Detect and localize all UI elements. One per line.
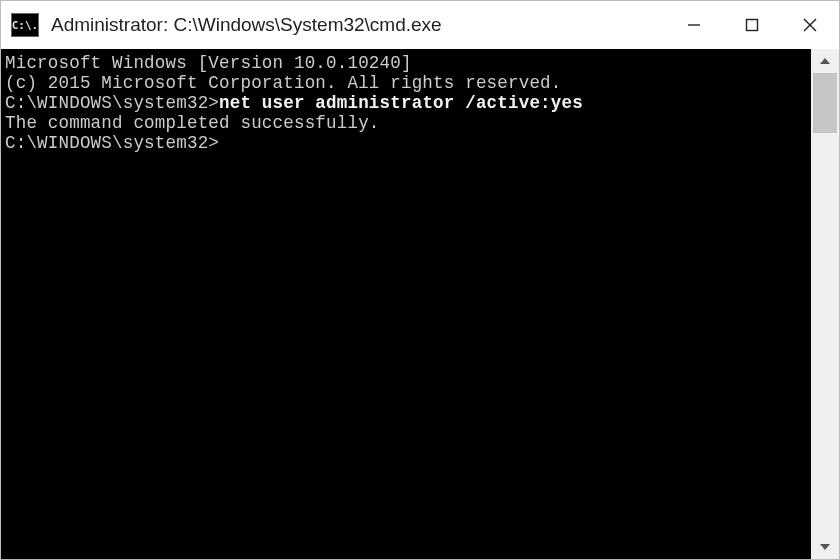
terminal-line: C:\WINDOWS\system32>net user administrat…	[5, 93, 807, 113]
prompt: C:\WINDOWS\system32>	[5, 93, 219, 113]
close-button[interactable]	[781, 1, 839, 49]
client-area: Microsoft Windows [Version 10.0.10240](c…	[1, 49, 839, 559]
scroll-down-button[interactable]	[811, 535, 839, 559]
scrollbar-thumb[interactable]	[813, 73, 837, 133]
terminal-output[interactable]: Microsoft Windows [Version 10.0.10240](c…	[1, 49, 811, 559]
minimize-button[interactable]	[665, 1, 723, 49]
maximize-button[interactable]	[723, 1, 781, 49]
window-controls	[665, 1, 839, 49]
close-icon	[803, 18, 817, 32]
chevron-up-icon	[820, 58, 830, 64]
prompt: C:\WINDOWS\system32>	[5, 133, 219, 153]
maximize-icon	[745, 18, 759, 32]
svg-rect-1	[747, 20, 758, 31]
terminal-line: C:\WINDOWS\system32>	[5, 133, 807, 153]
window-title: Administrator: C:\Windows\System32\cmd.e…	[51, 14, 665, 36]
terminal-line: Microsoft Windows [Version 10.0.10240]	[5, 53, 807, 73]
minimize-icon	[687, 18, 701, 32]
scrollbar-track[interactable]	[811, 73, 839, 535]
chevron-down-icon	[820, 544, 830, 550]
svg-marker-4	[820, 58, 830, 64]
vertical-scrollbar[interactable]	[811, 49, 839, 559]
terminal-line: (c) 2015 Microsoft Corporation. All righ…	[5, 73, 807, 93]
titlebar[interactable]: C:\. Administrator: C:\Windows\System32\…	[1, 1, 839, 49]
cmd-window: C:\. Administrator: C:\Windows\System32\…	[0, 0, 840, 560]
svg-marker-5	[820, 544, 830, 550]
scroll-up-button[interactable]	[811, 49, 839, 73]
terminal-line: The command completed successfully.	[5, 113, 807, 133]
cmd-icon: C:\.	[11, 13, 39, 37]
command-text: net user administrator /active:yes	[219, 93, 583, 113]
